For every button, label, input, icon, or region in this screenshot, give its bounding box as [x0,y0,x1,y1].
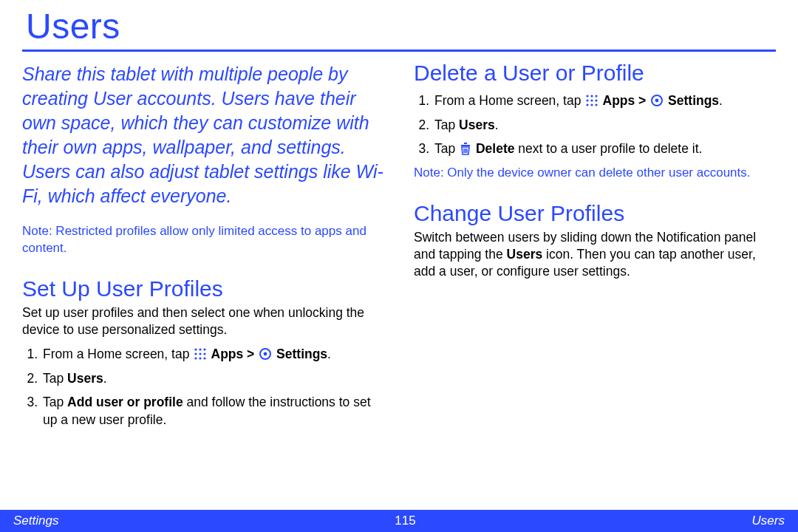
svg-point-12 [591,95,593,97]
page-footer: Settings 115 Users [0,510,798,532]
note-label: Note [414,166,440,180]
left-column: Share this tablet with multiple people b… [22,61,384,436]
svg-point-5 [204,352,206,355]
delete-heading: Delete a User or Profile [414,61,776,86]
svg-point-17 [587,103,589,106]
svg-point-0 [195,348,197,350]
intro-text: Share this tablet with multiple people b… [22,62,384,208]
footer-right: Users [752,514,785,528]
footer-left: Settings [13,514,58,528]
content-columns: Share this tablet with multiple people b… [22,61,776,436]
svg-point-3 [195,352,197,355]
title-rule [22,50,776,52]
svg-rect-23 [464,143,467,144]
apps-icon [194,347,207,361]
footer-page-number: 115 [58,514,751,528]
setup-intro: Set up user profiles and then select one… [22,304,384,338]
delete-step-3: Tap Delete next to a user profile to del… [433,140,776,158]
apps-icon [585,94,598,107]
delete-step-1: From a Home screen, tap Apps > Settings. [433,92,776,110]
note-text: : Only the device owner can delete other… [440,166,751,180]
svg-point-16 [596,99,598,101]
trash-icon [460,142,471,155]
svg-point-21 [655,99,659,103]
svg-point-7 [200,357,202,359]
svg-point-18 [591,103,593,106]
setup-step-3: Tap Add user or profile and follow the i… [41,394,384,429]
restricted-note: Note: Restricted profiles allow only lim… [22,223,384,257]
svg-point-6 [195,357,197,359]
svg-point-4 [200,352,202,355]
right-column: Delete a User or Profile From a Home scr… [414,61,776,436]
delete-note: Note: Only the device owner can delete o… [414,165,776,182]
svg-point-14 [587,99,589,101]
setup-steps: From a Home screen, tap Apps > Settings.… [22,346,384,429]
setup-heading: Set Up User Profiles [22,276,384,301]
note-text: : Restricted profiles allow only limited… [22,224,366,255]
svg-point-8 [204,357,206,359]
svg-point-2 [204,348,206,350]
page: Users Share this tablet with multiple pe… [0,0,798,532]
delete-step-2: Tap Users. [433,117,776,134]
change-text: Switch between users by sliding down the… [414,229,776,280]
setup-step-2: Tap Users. [41,370,384,388]
settings-icon [650,94,664,107]
svg-point-10 [264,352,267,356]
svg-point-13 [596,95,598,97]
setup-step-1: From a Home screen, tap Apps > Settings. [41,346,384,364]
svg-point-15 [591,99,593,101]
svg-point-1 [200,348,202,350]
delete-steps: From a Home screen, tap Apps > Settings.… [414,92,776,158]
change-heading: Change User Profiles [414,201,776,226]
note-label: Note [22,224,49,238]
svg-rect-22 [461,145,470,146]
svg-point-11 [587,95,589,97]
svg-point-19 [596,103,598,106]
settings-icon [259,347,272,361]
page-title: Users [22,0,776,50]
